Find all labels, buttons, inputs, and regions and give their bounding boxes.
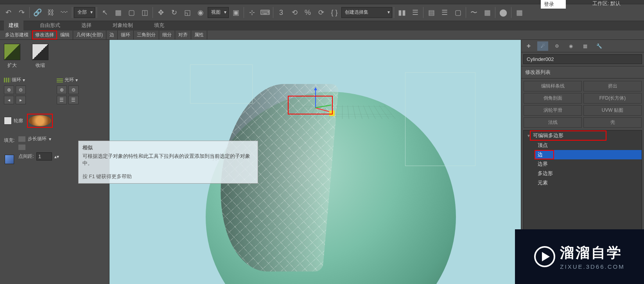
selection-filter-combo[interactable]: 全部 xyxy=(74,7,95,18)
point-gap-label: 点间距: xyxy=(18,153,34,160)
sub-edge[interactable]: 边 xyxy=(106,30,118,39)
sub-subdivision[interactable]: 细分 xyxy=(159,30,175,39)
login-label[interactable]: 登录 xyxy=(541,0,566,9)
unlink-button[interactable]: ⛓ xyxy=(45,6,57,19)
select-button[interactable]: ↖ xyxy=(99,6,111,19)
sub-align[interactable]: 对齐 xyxy=(175,30,191,39)
stack-polygon[interactable]: 多边形 xyxy=(535,169,642,178)
watermark: 溜溜自学 ZIXUE.3D66.COM xyxy=(515,229,644,284)
preset-bevel-profile[interactable]: 倒角剖面 xyxy=(524,93,582,104)
similar-button[interactable] xyxy=(27,114,53,128)
preset-extrude[interactable]: 挤出 xyxy=(583,81,642,91)
dropdown-icon[interactable]: ▾ xyxy=(49,136,51,142)
preset-ffd-box[interactable]: FFD(长方体) xyxy=(583,93,642,104)
link-button[interactable]: 🔗 xyxy=(31,6,44,19)
preset-turbosmooth[interactable]: 涡轮平滑 xyxy=(524,105,582,116)
preset-shell[interactable]: 壳 xyxy=(583,117,642,128)
stack-editable-poly[interactable]: ▼ 可编辑多边形 xyxy=(524,130,642,141)
ring-remove-button[interactable]: ⊖ xyxy=(68,86,79,94)
stack-edge[interactable]: 边 xyxy=(535,150,642,159)
motion-tab[interactable]: ◉ xyxy=(565,41,576,51)
outline-button[interactable]: 轮廓 xyxy=(4,117,23,125)
placement-button[interactable]: ◉ xyxy=(194,6,207,19)
sub-tri[interactable]: 三角剖分 xyxy=(134,30,159,39)
sub-geometry-all[interactable]: 几何体(全部) xyxy=(73,30,106,39)
expand-button[interactable]: 扩大 xyxy=(4,44,20,69)
selection-set-combo[interactable]: 创建选择集 xyxy=(341,7,392,18)
window-crossing-button[interactable]: ◫ xyxy=(138,6,151,19)
sub-edit[interactable]: 编辑 xyxy=(57,30,73,39)
modify-tab[interactable]: ☄ xyxy=(537,41,548,51)
utilities-tab[interactable]: 🔧 xyxy=(594,41,605,51)
stack-element[interactable]: 元素 xyxy=(535,178,642,188)
stack-vertex[interactable]: 顶点 xyxy=(535,141,642,150)
scale-button[interactable]: ◱ xyxy=(181,6,194,19)
outline-icon xyxy=(4,117,12,125)
tab-populate[interactable]: 填充 xyxy=(149,20,169,30)
render-setup-button[interactable]: ▦ xyxy=(513,6,526,19)
object-name-field[interactable]: Cylinder002 xyxy=(523,54,642,64)
loop-prev-button[interactable]: ◂ xyxy=(4,96,14,104)
preset-uvw-map[interactable]: UVW 贴图 xyxy=(583,105,642,116)
loop-next-button[interactable]: ▸ xyxy=(16,96,26,104)
pivot-button[interactable]: ▣ xyxy=(230,6,242,19)
shrink-button[interactable]: 收缩 xyxy=(32,44,48,69)
spinner-icon[interactable]: ▴▾ xyxy=(54,154,59,159)
edit-named-button[interactable]: { } xyxy=(328,6,341,19)
spinner-snap-button[interactable]: ⟳ xyxy=(315,6,327,19)
loop-remove-button[interactable]: ⊖ xyxy=(16,86,26,94)
schematic-view-button[interactable]: ▦ xyxy=(481,6,493,19)
sub-poly-modeling[interactable]: 多边形建模 xyxy=(2,30,32,39)
workspace-label[interactable]: 工作区: 默认 xyxy=(592,0,621,7)
display-tab[interactable]: ▦ xyxy=(579,41,590,51)
ring-prev-button[interactable]: ☰ xyxy=(57,96,67,104)
tab-selection[interactable]: 选择 xyxy=(77,20,96,30)
sub-modify-selection[interactable]: 修改选择 xyxy=(32,30,57,39)
curve-editor-button[interactable]: 〜 xyxy=(468,6,480,19)
tab-modeling[interactable]: 建模 xyxy=(4,20,23,30)
ref-coord-combo[interactable]: 视图 xyxy=(208,7,229,18)
step-loop-row[interactable]: 步长循环 ▾ xyxy=(18,136,59,142)
scene-explorer-button[interactable]: ☰ xyxy=(438,6,451,19)
ring-add-button[interactable]: ⊕ xyxy=(57,86,67,94)
select-name-button[interactable]: ▦ xyxy=(112,6,124,19)
modifier-list-header[interactable]: 修改器列表 xyxy=(521,66,644,79)
preset-normal[interactable]: 法线 xyxy=(524,117,582,128)
keyboard-shortcut-button[interactable]: ⌨ xyxy=(259,6,271,19)
sub-loop[interactable]: 循环 xyxy=(118,30,134,39)
undo-button[interactable]: ↶ xyxy=(2,6,14,19)
tab-freeform[interactable]: 自由形式 xyxy=(35,20,65,30)
loop-icon xyxy=(4,78,10,82)
mirror-button[interactable]: ▮▮ xyxy=(396,6,408,19)
fill-icon[interactable] xyxy=(5,155,14,164)
select-region-button[interactable]: ▢ xyxy=(125,6,138,19)
manipulate-button[interactable]: ⊹ xyxy=(246,6,258,19)
bounding-box-1 xyxy=(190,64,253,104)
stack-header-label: 可编辑多边形 xyxy=(533,132,563,139)
dropdown-icon[interactable]: ▾ xyxy=(75,77,78,83)
layers-button[interactable]: ▤ xyxy=(425,6,438,19)
dropdown-icon[interactable]: ▾ xyxy=(23,77,25,83)
bind-button[interactable]: 〰 xyxy=(58,6,70,19)
angle-snap-button[interactable]: ⟲ xyxy=(288,6,301,19)
sub-properties[interactable]: 属性 xyxy=(191,30,207,39)
stack-border[interactable]: 边界 xyxy=(535,159,642,169)
tab-object-paint[interactable]: 对象绘制 xyxy=(108,20,138,30)
material-editor-button[interactable]: ⬤ xyxy=(497,6,509,19)
expand-arrow-icon[interactable]: ▼ xyxy=(527,134,531,138)
ribbon-toggle-button[interactable]: ▢ xyxy=(452,6,464,19)
ring-next-button[interactable]: ☰ xyxy=(68,96,79,104)
redo-button[interactable]: ↷ xyxy=(15,6,28,19)
rotate-button[interactable]: ↻ xyxy=(168,6,180,19)
percent-snap-button[interactable]: % xyxy=(301,6,314,19)
align-button[interactable]: ☰ xyxy=(409,6,422,19)
loop-add-button[interactable]: ⊕ xyxy=(4,86,14,94)
preset-edit-spline[interactable]: 编辑样条线 xyxy=(524,81,582,91)
point-gap-input[interactable] xyxy=(36,152,52,161)
snap-3-button[interactable]: 3 xyxy=(275,6,287,19)
step-mode-row[interactable] xyxy=(18,145,59,150)
shrink-icon xyxy=(32,44,48,60)
create-tab[interactable]: ✚ xyxy=(523,41,534,51)
hierarchy-tab[interactable]: ⚙ xyxy=(551,41,562,51)
move-button[interactable]: ✥ xyxy=(154,6,167,19)
